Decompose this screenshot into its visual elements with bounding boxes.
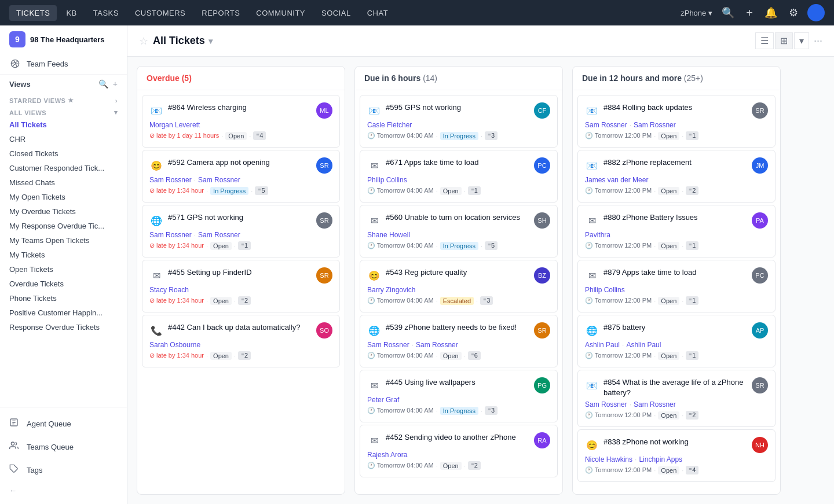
view-phone-tickets[interactable]: Phone Tickets — [0, 291, 127, 306]
agent-sam-rossner-539a[interactable]: Sam Rossner — [367, 341, 409, 349]
ticket-854-time: 🕐 Tomorrow 12:00 PM — [585, 411, 652, 419]
agent-nicole-hawkins[interactable]: Nicole Hawkins — [585, 455, 632, 463]
agent-rajesh-arora[interactable]: Rajesh Arora — [367, 451, 407, 459]
ticket-card-875[interactable]: 🌐 #875 battery AP Ashlin Paul · Ashlin P… — [577, 315, 776, 367]
view-my-teams-open-tickets[interactable]: My Teams Open Tickets — [0, 233, 127, 248]
agent-barry-zingovich[interactable]: Barry Zingovich — [367, 286, 415, 294]
nav-customers[interactable]: CUSTOMERS — [128, 5, 192, 21]
ticket-864-meta: ⊘ late by 1 day 11 hours · Open · ⁼4 — [149, 131, 332, 140]
agent-stacy-roach[interactable]: Stacy Roach — [149, 286, 189, 294]
agent-sam-rossner-854b[interactable]: Sam Rossner — [634, 400, 676, 409]
ticket-card-539[interactable]: 🌐 #539 zPhone battery needs to be fixed!… — [360, 315, 558, 367]
agent-shane-howell[interactable]: Shane Howell — [367, 231, 410, 239]
settings-icon[interactable]: ⚙ — [787, 4, 800, 21]
all-views-chevron-icon[interactable]: ▾ — [114, 109, 118, 116]
view-title[interactable]: All Tickets ▾ — [153, 35, 213, 47]
ticket-card-595[interactable]: 📧 #595 GPS not working CF Casie Fletcher… — [360, 95, 558, 148]
view-my-response-overdue[interactable]: My Response Overdue Tic... — [0, 219, 127, 233]
search-icon[interactable]: 🔍 — [719, 4, 737, 21]
nav-reports[interactable]: REPORTS — [195, 5, 247, 21]
ticket-card-884[interactable]: 📧 #884 Rolling back updates SR Sam Rossn… — [577, 95, 776, 148]
agent-casie-fletcher[interactable]: Casie Fletcher — [367, 121, 412, 129]
ticket-card-592[interactable]: 😊 #592 Camera app not opening SR Sam Ros… — [142, 150, 340, 203]
starred-expand-icon[interactable]: › — [115, 97, 118, 104]
ticket-card-854[interactable]: 📧 #854 What is the average life of a zPh… — [577, 370, 776, 427]
agent-sam-rossner-571b[interactable]: Sam Rossner — [198, 231, 240, 239]
ticket-card-543[interactable]: 😊 #543 Reg picture quality BZ Barry Zing… — [360, 260, 558, 312]
agent-sam-rossner-592a[interactable]: Sam Rossner — [149, 176, 192, 184]
zphone-label: zPhone — [681, 9, 706, 17]
list-view-button[interactable]: ☰ — [755, 32, 774, 49]
agent-james-van-der-meer[interactable]: James van der Meer — [585, 176, 648, 184]
nav-social[interactable]: SOCIAL — [314, 5, 358, 21]
agent-morgan-leverett[interactable]: Morgan Leverett — [149, 121, 200, 129]
user-avatar[interactable] — [807, 4, 825, 21]
nav-community[interactable]: COMMUNITY — [249, 5, 312, 21]
ticket-card-838[interactable]: 😊 #838 zPhone not working NH Nicole Hawk… — [577, 429, 776, 482]
view-my-overdue-tickets[interactable]: My Overdue Tickets — [0, 204, 127, 219]
ticket-card-671[interactable]: ✉ #671 Apps take time to load PC Philip … — [360, 150, 558, 203]
agent-sam-rossner-539b[interactable]: Sam Rossner — [416, 341, 458, 349]
nav-kb[interactable]: KB — [59, 5, 83, 21]
ticket-card-455[interactable]: ✉ #455 Setting up FinderID SR Stacy Roac… — [142, 260, 340, 312]
kanban-view-button[interactable]: ⊞ — [775, 32, 793, 49]
nav-tasks[interactable]: TASKS — [86, 5, 126, 21]
ticket-card-452[interactable]: ✉ #452 Sending video to another zPhone R… — [360, 425, 558, 477]
collapse-sidebar-button[interactable]: ← — [0, 481, 127, 499]
late-badge-442: ⊘ late by 1:34 hour — [149, 352, 204, 359]
view-all-tickets[interactable]: All Tickets — [0, 117, 127, 132]
agent-sam-rossner-592b[interactable]: Sam Rossner — [198, 176, 240, 184]
agent-sarah-osbourne[interactable]: Sarah Osbourne — [149, 341, 200, 349]
view-customer-responded[interactable]: Customer Responded Tick... — [0, 161, 127, 175]
view-toggle: ☰ ⊞ ▾ — [755, 32, 809, 49]
ticket-card-879[interactable]: ✉ #879 Apps take time to load PC Philip … — [577, 260, 776, 312]
view-closed-tickets[interactable]: Closed Tickets — [0, 146, 127, 161]
sidebar-item-team-feeds[interactable]: Team Feeds — [0, 53, 127, 75]
notification-icon[interactable]: 🔔 — [762, 4, 780, 21]
ticket-592-status: In Progress — [210, 187, 248, 195]
zphone-selector[interactable]: zPhone ▾ — [681, 9, 712, 17]
ticket-879-title: #879 Apps take time to load — [603, 267, 747, 278]
ticket-card-560[interactable]: ✉ #560 Unable to turn on location servic… — [360, 205, 558, 257]
teams-queue[interactable]: Teams Queue — [0, 435, 127, 458]
ticket-card-442[interactable]: 📞 #442 Can I back up data automatically?… — [142, 315, 340, 367]
ticket-539-replies: ⁼6 — [468, 351, 481, 360]
agent-ashlin-paul-875b[interactable]: Ashlin Paul — [626, 341, 661, 349]
agent-philip-collins-671[interactable]: Philip Collins — [367, 176, 407, 184]
agent-sam-rossner-884b[interactable]: Sam Rossner — [634, 121, 676, 129]
ticket-card-571[interactable]: 🌐 #571 GPS not working SR Sam Rossner · … — [142, 205, 340, 257]
view-positive-customer[interactable]: Positive Customer Happin... — [0, 306, 127, 320]
agent-philip-collins-879[interactable]: Philip Collins — [585, 286, 625, 294]
ticket-card-864[interactable]: 📧 #864 Wireless charging ML Morgan Lever… — [142, 95, 340, 148]
view-options-button[interactable]: ▾ — [794, 32, 809, 49]
add-icon[interactable]: + — [744, 4, 755, 22]
view-response-overdue[interactable]: Response Overdue Tickets — [0, 320, 127, 334]
agent-peter-graf[interactable]: Peter Graf — [367, 396, 399, 404]
agent-sam-rossner-854a[interactable]: Sam Rossner — [585, 400, 627, 409]
view-open-tickets[interactable]: Open Tickets — [0, 262, 127, 277]
agent-sam-rossner-571a[interactable]: Sam Rossner — [149, 231, 192, 239]
view-overdue-tickets[interactable]: Overdue Tickets — [0, 277, 127, 291]
view-my-open-tickets[interactable]: My Open Tickets — [0, 190, 127, 204]
nav-chat[interactable]: CHAT — [360, 5, 395, 21]
view-missed-chats[interactable]: Missed Chats — [0, 175, 127, 190]
more-options-button[interactable]: ··· — [814, 35, 822, 47]
agent-linchpin-apps[interactable]: Linchpin Apps — [639, 455, 682, 463]
ticket-card-445[interactable]: ✉ #445 Using live wallpapers PG Peter Gr… — [360, 370, 558, 422]
tags-label: Tags — [27, 466, 42, 474]
agent-ashlin-paul-875a[interactable]: Ashlin Paul — [585, 341, 620, 349]
ticket-882-avatar: JM — [752, 157, 768, 174]
favorite-button[interactable]: ☆ — [139, 35, 148, 47]
view-chr[interactable]: CHR — [0, 132, 127, 146]
ticket-671-replies: ⁼1 — [468, 186, 481, 195]
nav-tickets[interactable]: TICKETS — [9, 5, 57, 21]
search-views-icon[interactable]: 🔍 — [98, 79, 108, 89]
agent-queue[interactable]: Agent Queue — [0, 412, 127, 435]
agent-sam-rossner-884a[interactable]: Sam Rossner — [585, 121, 627, 129]
agent-pavithra[interactable]: Pavithra — [585, 231, 610, 239]
add-view-icon[interactable]: + — [113, 79, 118, 89]
view-my-tickets[interactable]: My Tickets — [0, 248, 127, 262]
ticket-card-882[interactable]: 📧 #882 zPhone replacement JM James van d… — [577, 150, 776, 203]
tags-nav[interactable]: Tags — [0, 458, 127, 481]
ticket-card-880[interactable]: ✉ #880 zPhone Battery Issues PA Pavithra… — [577, 205, 776, 257]
